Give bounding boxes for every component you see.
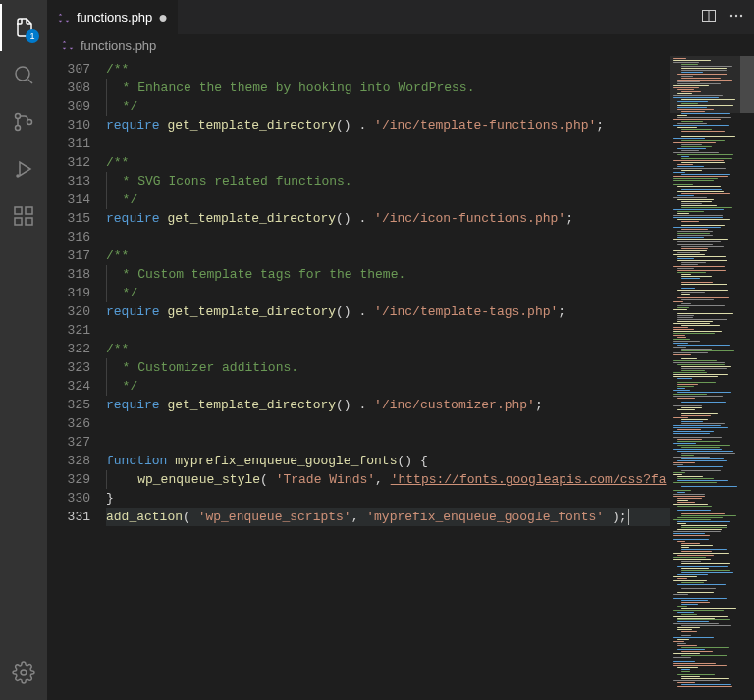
scroll-thumb[interactable] [740, 56, 754, 113]
split-editor-icon[interactable] [701, 8, 717, 27]
activity-explorer[interactable]: 1 [0, 4, 47, 51]
svg-point-2 [16, 126, 21, 131]
svg-point-12 [730, 15, 732, 17]
breadcrumb-label: functions.php [81, 38, 156, 53]
svg-point-4 [17, 175, 19, 177]
svg-point-9 [21, 670, 27, 675]
more-actions-icon[interactable] [728, 8, 744, 27]
svg-rect-7 [15, 218, 22, 225]
activity-bar: 1 [0, 0, 47, 700]
gutter: 3073083093103113123133143153163173183193… [47, 56, 106, 700]
tab-bar: functions.php ● [47, 0, 754, 34]
editor: 3073083093103113123133143153163173183193… [47, 56, 754, 700]
svg-rect-5 [15, 207, 22, 214]
activity-source-control[interactable] [0, 98, 47, 145]
svg-point-3 [27, 120, 32, 125]
php-icon [61, 38, 75, 52]
svg-rect-6 [26, 207, 32, 214]
svg-rect-8 [26, 218, 32, 225]
minimap[interactable] [670, 56, 754, 700]
activity-search[interactable] [0, 51, 47, 98]
activity-run-debug[interactable] [0, 145, 47, 192]
explorer-badge: 1 [26, 29, 39, 43]
editor-main: functions.php ● functions.php 3073083093… [47, 0, 754, 700]
svg-point-0 [16, 67, 29, 81]
svg-point-1 [16, 114, 21, 119]
svg-point-14 [740, 15, 742, 17]
svg-point-13 [735, 15, 737, 17]
activity-extensions[interactable] [0, 192, 47, 240]
tab-functions-php[interactable]: functions.php ● [47, 0, 178, 34]
php-icon [57, 11, 71, 25]
activity-settings[interactable] [0, 649, 47, 696]
tab-dirty-indicator: ● [158, 10, 168, 26]
tab-actions [691, 0, 754, 34]
breadcrumb[interactable]: functions.php [47, 34, 754, 56]
tab-label: functions.php [77, 10, 152, 25]
code-area[interactable]: /** * Enhance the theme by hooking into … [106, 56, 670, 700]
vertical-scrollbar[interactable] [740, 56, 754, 700]
